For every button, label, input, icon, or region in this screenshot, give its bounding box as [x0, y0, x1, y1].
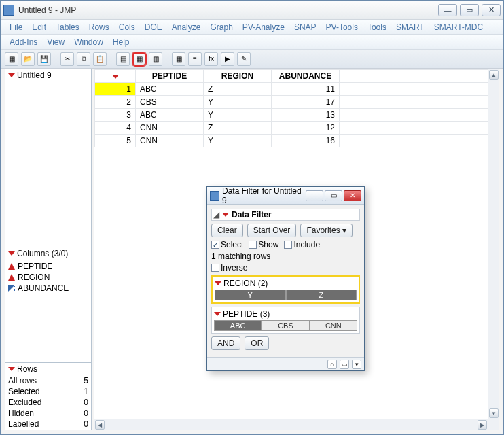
home-icon[interactable]: ⌂: [327, 360, 337, 369]
titlebar: Untitled 9 - JMP — ▭ ✕: [1, 1, 503, 20]
menu-smartmdc[interactable]: SMART-MDC: [429, 21, 488, 33]
menu-graph[interactable]: Graph: [205, 21, 237, 33]
and-button[interactable]: AND: [211, 336, 240, 350]
dialog-icon: [210, 191, 219, 201]
rowstat-excluded: Excluded0: [5, 397, 91, 408]
column-item-abundance[interactable]: ABUNDANCE: [8, 283, 88, 294]
menu-pvtools[interactable]: PV-Tools: [321, 21, 363, 33]
select-checkbox[interactable]: ✓: [211, 241, 219, 249]
matching-rows-label: 1 matching rows: [211, 251, 360, 261]
toolbar-btn-h-icon[interactable]: ✎: [237, 52, 251, 66]
menu-smart[interactable]: SMART: [391, 21, 429, 33]
rows-panel-header[interactable]: Rows: [5, 363, 91, 375]
disclosure-icon: [8, 73, 15, 77]
menu-help[interactable]: Help: [108, 36, 134, 48]
toolbar-btn-e-icon[interactable]: ≡: [188, 52, 202, 66]
col-header-region[interactable]: REGION: [204, 70, 272, 83]
peptide-option-cbs[interactable]: CBS: [262, 320, 309, 331]
dialog-minimize-button[interactable]: —: [306, 190, 323, 201]
menubar-1: File Edit Tables Rows Cols DOE Analyze G…: [1, 20, 503, 35]
peptide-filter: PEPTIDE (3) ABC CBS CNN: [211, 307, 360, 334]
table-name: Untitled 9: [17, 71, 52, 80]
filter-heading-label: Data Filter: [232, 210, 272, 220]
or-button[interactable]: OR: [245, 336, 269, 350]
toolbar-new-icon[interactable]: ▦: [5, 52, 18, 66]
peptide-option-abc[interactable]: ABC: [214, 320, 262, 331]
vertical-scrollbar[interactable]: ▲▼: [488, 69, 499, 419]
data-row[interactable]: 3ABCY13: [95, 109, 499, 122]
clear-button[interactable]: Clear: [211, 224, 243, 237]
scroll-right-icon[interactable]: ▶: [478, 420, 487, 430]
data-row[interactable]: 5CNNY16: [95, 135, 499, 147]
show-label: Show: [258, 240, 278, 249]
peptide-option-cnn[interactable]: CNN: [310, 320, 357, 331]
rowstat-labelled: Labelled0: [5, 419, 91, 430]
data-row[interactable]: 1ABCZ11: [95, 83, 499, 96]
column-item-peptide[interactable]: PEPTIDE: [8, 261, 88, 272]
toolbar-btn-c-icon[interactable]: ▥: [149, 52, 162, 66]
filter-heading[interactable]: ◢ Data Filter: [211, 209, 360, 221]
dropdown-icon[interactable]: ▾: [352, 360, 361, 369]
menu-cols[interactable]: Cols: [114, 21, 140, 33]
columns-panel-header[interactable]: Columns (3/0): [5, 247, 91, 260]
columns-header-label: Columns (3/0): [17, 249, 68, 258]
col-header-abundance[interactable]: ABUNDANCE: [272, 70, 340, 83]
disclosure-icon: [8, 367, 15, 371]
toolbar-btn-a-icon[interactable]: ▤: [116, 52, 130, 66]
menu-rows[interactable]: Rows: [84, 21, 114, 33]
dialog-titlebar[interactable]: Data Filter for Untitled 9 — ▭ ✕: [207, 187, 364, 205]
toolbar-data-filter-icon[interactable]: ▦: [132, 52, 146, 66]
scroll-left-icon[interactable]: ◀: [95, 420, 105, 430]
menu-addins[interactable]: Add-Ins: [5, 36, 42, 48]
table-panel-header[interactable]: Untitled 9: [5, 69, 91, 82]
window-title: Untitled 9 - JMP: [18, 5, 435, 15]
region-option-z[interactable]: Z: [286, 290, 357, 300]
toolbar-save-icon[interactable]: 💾: [37, 52, 51, 66]
toolbar-btn-d-icon[interactable]: ▦: [172, 52, 185, 66]
menu-doe[interactable]: DOE: [140, 21, 167, 33]
menu-edit[interactable]: Edit: [27, 21, 51, 33]
menu-tables[interactable]: Tables: [51, 21, 84, 33]
include-checkbox[interactable]: [284, 241, 292, 249]
toolbar-paste-icon[interactable]: 📋: [93, 52, 107, 66]
column-item-region[interactable]: REGION: [8, 272, 88, 283]
toolbar-open-icon[interactable]: 📂: [21, 52, 35, 66]
region-option-y[interactable]: Y: [215, 290, 286, 300]
toolbar-btn-f-icon[interactable]: fx: [204, 52, 218, 66]
rowstat-hidden: Hidden0: [5, 408, 91, 419]
grid-corner[interactable]: [95, 70, 136, 83]
menu-tools[interactable]: Tools: [363, 21, 391, 33]
close-button[interactable]: ✕: [482, 4, 501, 16]
menu-analyze[interactable]: Analyze: [167, 21, 206, 33]
rowstat-selected: Selected1: [5, 386, 91, 397]
data-row[interactable]: 2CBSY17: [95, 96, 499, 109]
menu-file[interactable]: File: [5, 21, 27, 33]
include-label: Include: [293, 240, 320, 249]
dialog-close-button[interactable]: ✕: [344, 190, 361, 201]
peptide-filter-label: PEPTIDE (3): [223, 309, 270, 319]
inverse-checkbox[interactable]: [211, 264, 219, 272]
toolbar-cut-icon[interactable]: ✂: [60, 52, 74, 66]
data-row[interactable]: 4CNNZ12: [95, 122, 499, 135]
col-header-blank: [340, 70, 499, 83]
maximize-button[interactable]: ▭: [460, 4, 479, 16]
horizontal-scrollbar[interactable]: ◀▶: [94, 419, 488, 430]
scroll-down-icon[interactable]: ▼: [489, 408, 499, 418]
col-header-peptide[interactable]: PEPTIDE: [136, 70, 204, 83]
panel-icon[interactable]: ▭: [340, 360, 349, 369]
menu-snap[interactable]: SNAP: [289, 21, 321, 33]
scroll-up-icon[interactable]: ▲: [489, 70, 499, 80]
menu-window[interactable]: Window: [69, 36, 108, 48]
minimize-button[interactable]: —: [438, 4, 457, 16]
toolbar-copy-icon[interactable]: ⧉: [77, 52, 90, 66]
menu-view[interactable]: View: [42, 36, 69, 48]
start-over-button[interactable]: Start Over: [247, 224, 297, 237]
toolbar: ▦ 📂 💾 ✂ ⧉ 📋 ▤ ▦ ▥ ▦ ≡ fx ▶ ✎: [1, 50, 503, 69]
favorites-button[interactable]: Favorites ▾: [300, 224, 353, 237]
inverse-label: Inverse: [221, 263, 247, 273]
menu-pvanalyze[interactable]: PV-Analyze: [238, 21, 289, 33]
show-checkbox[interactable]: [249, 241, 257, 249]
toolbar-btn-g-icon[interactable]: ▶: [221, 52, 234, 66]
disclosure-icon: [112, 75, 119, 79]
dialog-maximize-button[interactable]: ▭: [325, 190, 342, 201]
